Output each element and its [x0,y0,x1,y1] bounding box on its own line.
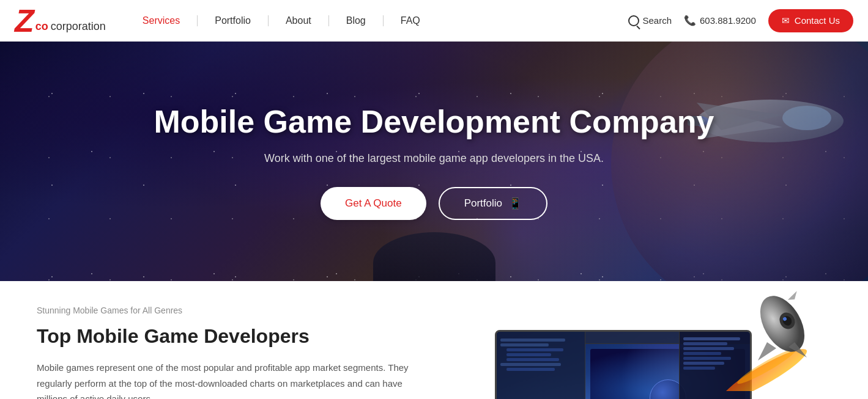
header-right: Search 📞 603.881.9200 ✉ Contact Us [628,9,854,32]
ide-sidebar [497,332,585,399]
laptop-screen-inner [497,332,750,399]
logo-z: Z [15,5,34,37]
section-tag: Stunning Mobile Games for All Genres [37,306,416,315]
hero-buttons: Get A Quote Portfolio 📱 [154,187,714,220]
get-quote-button[interactable]: Get A Quote [321,187,426,220]
phone-icon: 📞 [684,15,696,26]
logo-corp: corporation [51,20,106,33]
laptop-container [495,306,788,399]
below-left-content: Stunning Mobile Games for All Genres Top… [37,306,416,399]
nav-item-faq[interactable]: FAQ [384,15,437,26]
section-title: Top Mobile Game Developers [37,325,416,348]
main-nav: Services Portfolio About Blog FAQ [143,15,628,26]
svg-marker-10 [787,291,800,302]
nav-item-portfolio[interactable]: Portfolio [198,15,269,26]
mobile-icon: 📱 [508,197,522,210]
nav-item-blog[interactable]: Blog [329,15,384,26]
nav-item-services[interactable]: Services [143,15,198,26]
hero-subtitle: Work with one of the largest mobile game… [154,152,714,165]
phone-number: 603.881.9200 [700,15,756,26]
hero-title: Mobile Game Development Company [154,103,714,141]
envelope-icon: ✉ [782,15,790,26]
hero-content: Mobile Game Development Company Work wit… [142,103,727,219]
search-label: Search [643,15,672,26]
search-icon [628,15,639,26]
svg-point-3 [782,106,831,130]
game-3d-icon [715,281,825,391]
logo-co: co [35,20,48,33]
search-button[interactable]: Search [628,15,672,26]
phone-link[interactable]: 📞 603.881.9200 [684,15,756,26]
section-body: Mobile games represent one of the most p… [37,360,416,399]
below-hero-section: Stunning Mobile Games for All Genres Top… [0,281,868,399]
laptop-screen [495,330,752,399]
logo[interactable]: Z co corporation [15,5,106,37]
below-right-image [453,306,832,399]
contact-label: Contact Us [795,15,840,26]
hero-section: Mobile Game Development Company Work wit… [0,42,868,281]
header: Z co corporation Services Portfolio Abou… [0,0,868,42]
portfolio-label: Portfolio [464,197,502,210]
portfolio-button[interactable]: Portfolio 📱 [439,187,547,220]
nav-item-about[interactable]: About [269,15,329,26]
contact-button[interactable]: ✉ Contact Us [768,9,853,32]
